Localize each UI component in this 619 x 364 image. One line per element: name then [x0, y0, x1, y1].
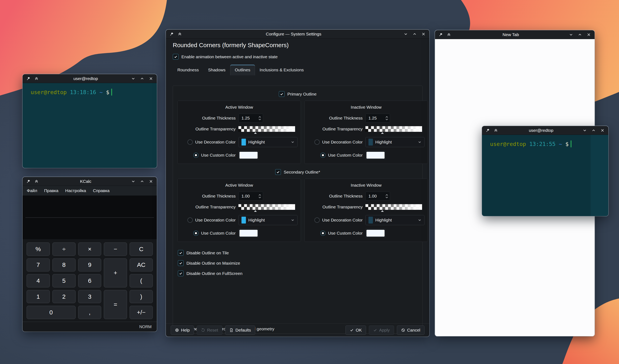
- calc-key[interactable]: ): [130, 290, 153, 303]
- shade-icon[interactable]: [494, 129, 498, 132]
- browser-titlebar[interactable]: New Tab: [435, 30, 595, 39]
- calc-key[interactable]: 2: [52, 290, 76, 303]
- slider-handle[interactable]: [254, 132, 257, 134]
- use-custom-color-radio[interactable]: [193, 153, 198, 158]
- menu-item[interactable]: Настройка: [62, 186, 89, 196]
- calc-key[interactable]: 4: [27, 274, 50, 287]
- pin-icon[interactable]: [27, 180, 30, 183]
- pin-icon[interactable]: [170, 32, 174, 36]
- maximize-icon[interactable]: [140, 180, 144, 183]
- use-decoration-color-radio[interactable]: [187, 140, 193, 145]
- minimize-icon[interactable]: [569, 33, 573, 37]
- outline-transparency-slider[interactable]: [239, 204, 295, 210]
- slider-handle[interactable]: [381, 132, 384, 134]
- calc-key[interactable]: +: [104, 258, 127, 287]
- maximize-icon[interactable]: [578, 33, 582, 37]
- use-decoration-color-radio[interactable]: [187, 217, 193, 223]
- outline-thickness-spinbox[interactable]: 1.25: [239, 114, 263, 123]
- reset-button[interactable]: Reset: [197, 325, 222, 335]
- terminal1-content[interactable]: user@redtop 13:18:16 ~ $: [23, 83, 157, 168]
- calc-key[interactable]: 7: [27, 258, 50, 272]
- menu-item[interactable]: Правка: [41, 186, 62, 196]
- calc-key[interactable]: %: [27, 242, 50, 256]
- secondary-outline-checkbox[interactable]: Secondary Outline*: [275, 169, 320, 175]
- checkbox-box[interactable]: [173, 54, 179, 60]
- checkbox-box[interactable]: [279, 91, 285, 97]
- settings-titlebar[interactable]: Configure — System Settings: [166, 30, 429, 39]
- maximize-icon[interactable]: [592, 129, 595, 132]
- use-decoration-color-radio[interactable]: [314, 217, 320, 223]
- shade-icon[interactable]: [35, 180, 38, 183]
- tab-outlines[interactable]: Outlines: [230, 65, 255, 75]
- custom-color-button[interactable]: [239, 151, 259, 160]
- outline-thickness-spinbox[interactable]: 1.25: [366, 114, 390, 123]
- calc-key[interactable]: AC: [130, 258, 153, 272]
- option-checkbox[interactable]: Disable Outline on Maximize: [178, 260, 420, 266]
- spinbox-arrows[interactable]: [258, 194, 261, 198]
- calc-key[interactable]: −: [104, 242, 127, 256]
- slider-handle[interactable]: [254, 210, 257, 212]
- minimize-icon[interactable]: [583, 129, 587, 132]
- tab-inclusions-exclusions[interactable]: Inclusions & Exclusions: [255, 65, 308, 75]
- terminal2-titlebar[interactable]: user@redtop: [482, 126, 608, 135]
- custom-color-button[interactable]: [366, 151, 386, 160]
- menu-item[interactable]: Файл: [23, 186, 41, 196]
- decoration-color-combobox[interactable]: Highlight: [366, 137, 424, 147]
- option-checkbox[interactable]: Disable Outline on Tile: [178, 250, 420, 256]
- calc-key[interactable]: 3: [78, 290, 101, 303]
- help-button[interactable]: Help: [171, 325, 194, 335]
- outline-transparency-slider[interactable]: [366, 204, 422, 210]
- menu-item[interactable]: Справка: [89, 186, 113, 196]
- calc-key[interactable]: (: [130, 274, 153, 287]
- tab-roundness[interactable]: Roundness: [173, 65, 203, 75]
- cancel-button[interactable]: Cancel: [397, 325, 424, 335]
- calc-key[interactable]: ×: [78, 242, 101, 256]
- kcalc-display[interactable]: [23, 196, 157, 239]
- use-custom-color-radio[interactable]: [193, 231, 198, 236]
- defaults-button[interactable]: Defaults: [225, 325, 255, 335]
- calc-key[interactable]: ,: [78, 306, 101, 319]
- pin-icon[interactable]: [27, 77, 30, 80]
- decoration-color-combobox[interactable]: Highlight: [366, 215, 424, 225]
- calc-key[interactable]: 6: [78, 274, 101, 287]
- close-icon[interactable]: [149, 180, 153, 183]
- maximize-icon[interactable]: [140, 77, 144, 80]
- calc-key[interactable]: 9: [78, 258, 101, 272]
- spinbox-arrows[interactable]: [385, 116, 388, 120]
- calc-key[interactable]: C: [130, 242, 153, 256]
- close-icon[interactable]: [587, 33, 591, 37]
- checkbox-box[interactable]: [178, 250, 184, 256]
- decoration-color-combobox[interactable]: Highlight: [239, 137, 297, 147]
- close-icon[interactable]: [601, 129, 604, 132]
- checkbox-box[interactable]: [178, 260, 184, 266]
- decoration-color-combobox[interactable]: Highlight: [239, 215, 297, 225]
- kcalc-titlebar[interactable]: KCalc: [23, 177, 157, 186]
- checkbox-box[interactable]: [275, 169, 281, 175]
- pin-icon[interactable]: [486, 129, 490, 132]
- calc-key[interactable]: 1: [27, 290, 50, 303]
- shade-icon[interactable]: [447, 33, 451, 37]
- use-custom-color-radio[interactable]: [320, 231, 325, 236]
- custom-color-button[interactable]: [239, 229, 259, 238]
- slider-handle[interactable]: [381, 210, 384, 212]
- calc-key[interactable]: 0: [27, 306, 76, 319]
- calc-key[interactable]: =: [104, 290, 127, 319]
- calc-key[interactable]: 8: [52, 258, 76, 272]
- use-custom-color-radio[interactable]: [320, 153, 325, 158]
- use-decoration-color-radio[interactable]: [314, 140, 320, 145]
- option-checkbox[interactable]: Disable Outline on FullScreen: [178, 270, 420, 276]
- calc-key[interactable]: 5: [52, 274, 76, 287]
- terminal1-titlebar[interactable]: user@redtop: [23, 74, 157, 83]
- enable-animation-checkbox[interactable]: Enable animation between active and inac…: [173, 54, 429, 60]
- primary-outline-checkbox[interactable]: Primary Outline: [279, 91, 317, 97]
- shade-icon[interactable]: [178, 32, 182, 36]
- checkbox-box[interactable]: [178, 270, 184, 276]
- ok-button[interactable]: OK: [345, 325, 366, 335]
- close-icon[interactable]: [149, 77, 153, 80]
- close-icon[interactable]: [422, 32, 425, 36]
- calc-key[interactable]: +/−: [130, 306, 153, 319]
- tab-shadows[interactable]: Shadows: [203, 65, 230, 75]
- custom-color-button[interactable]: [366, 229, 386, 238]
- outline-transparency-slider[interactable]: [366, 126, 422, 132]
- minimize-icon[interactable]: [131, 77, 135, 80]
